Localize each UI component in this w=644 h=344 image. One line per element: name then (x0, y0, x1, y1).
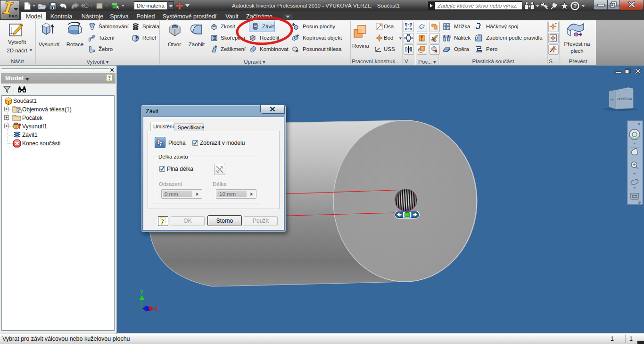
svg-text:?: ? (573, 3, 577, 9)
svg-text:ZEPŘEDU: ZEPŘEDU (617, 97, 632, 101)
svg-text:IA:: IA: (611, 98, 614, 101)
svg-text:Y: Y (140, 289, 144, 295)
svg-text:?: ? (108, 75, 111, 81)
svg-text:X: X (155, 306, 158, 312)
svg-text:E: E (135, 35, 139, 40)
svg-text:?: ? (161, 218, 164, 224)
